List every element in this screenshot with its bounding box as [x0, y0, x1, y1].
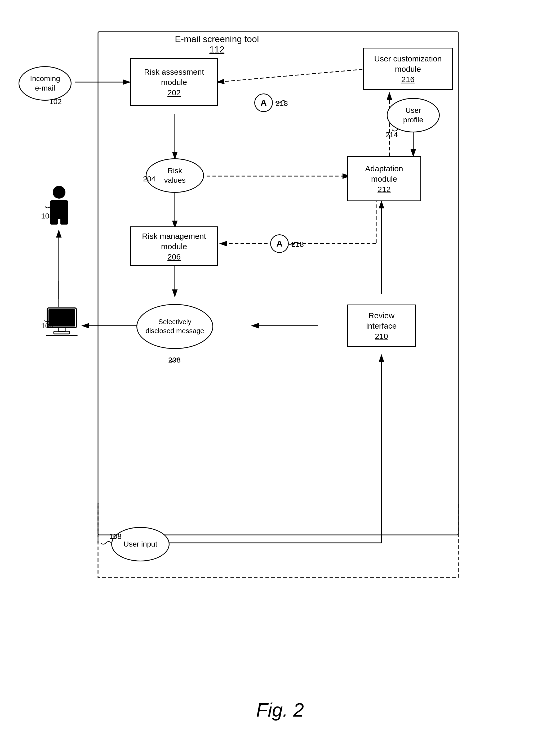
svg-line-12 — [217, 69, 368, 82]
svg-rect-27 — [60, 216, 68, 224]
person-number: 104 — [41, 212, 53, 220]
circle-a-bottom: A — [270, 234, 289, 253]
risk-management-box: Risk managementmodule 206 — [130, 226, 218, 266]
svg-rect-32 — [46, 335, 78, 336]
adaptation-module-box: Adaptationmodule 212 — [347, 156, 421, 201]
svg-point-24 — [53, 186, 65, 199]
circle-a-top-number: 218 — [275, 99, 288, 108]
user-customization-box: User customizationmodule 216 — [363, 48, 453, 90]
risk-assessment-box: Risk assessmentmodule 202 — [130, 58, 218, 106]
selectively-disclosed-number: 208 — [168, 356, 181, 364]
circle-a-bottom-number: 218 — [291, 240, 304, 249]
computer-number: 106 — [41, 322, 53, 330]
svg-rect-31 — [54, 331, 70, 334]
selectively-disclosed-ellipse: Selectivelydisclosed message — [137, 304, 213, 349]
fig-caption: Fig. 2 — [256, 699, 304, 721]
risk-values-number: 204 — [143, 175, 155, 183]
user-profile-ellipse: Userprofile — [387, 98, 440, 132]
circle-a-top: A — [254, 94, 273, 112]
screening-tool-title: E-mail screening tool 112 — [175, 34, 259, 55]
incoming-email-number: 102 — [49, 98, 62, 106]
computer-icon — [45, 307, 79, 336]
user-input-number: 108 — [109, 532, 121, 541]
incoming-email-ellipse: Incoming e-mail — [18, 66, 71, 101]
review-interface-box: Reviewinterface 210 — [347, 305, 416, 347]
user-profile-number: 214 — [386, 130, 398, 139]
